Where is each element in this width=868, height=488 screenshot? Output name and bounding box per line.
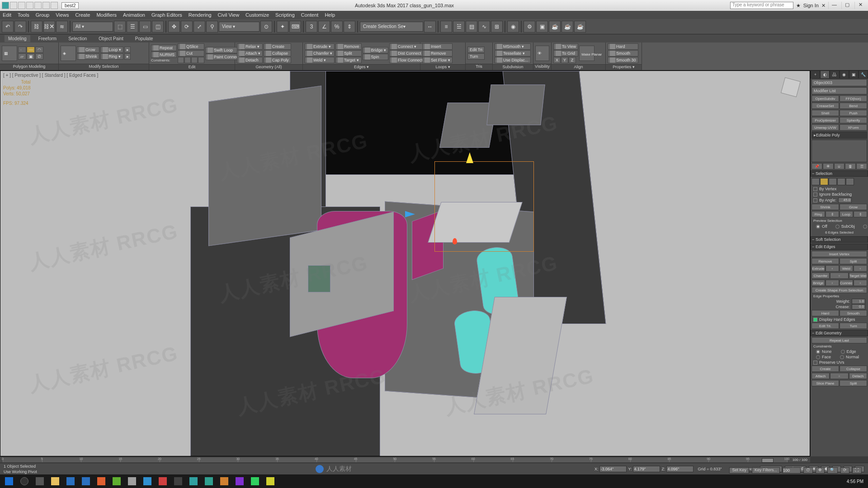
tab-modeling[interactable]: Modeling bbox=[5, 35, 30, 42]
menu-edit[interactable]: Edit bbox=[3, 12, 11, 18]
mod-opensubdiv[interactable]: OpenSubdiv bbox=[811, 95, 839, 102]
qat-save-icon[interactable] bbox=[26, 2, 33, 9]
menu-customize[interactable]: Customize bbox=[245, 12, 269, 18]
editable-poly-button[interactable]: ▦ bbox=[2, 46, 17, 61]
y-input[interactable] bbox=[633, 466, 660, 472]
menu-rendering[interactable]: Rendering bbox=[189, 12, 212, 18]
remove-modifier-button[interactable]: 🗑 bbox=[845, 163, 856, 169]
menu-content[interactable]: Content bbox=[301, 12, 319, 18]
tab-objectpaint[interactable]: Object Paint bbox=[95, 35, 127, 42]
close-button[interactable]: ✕ bbox=[854, 2, 866, 9]
setkey-button[interactable]: Set Key bbox=[729, 467, 749, 474]
taskbar-3dsmax-icon[interactable] bbox=[202, 475, 216, 487]
taskbar-app-icon[interactable] bbox=[94, 475, 108, 487]
loop-remove-button[interactable]: Remove bbox=[422, 50, 453, 56]
modifier-stack-list[interactable] bbox=[811, 140, 867, 162]
angle-snap-button[interactable]: ∠ bbox=[318, 21, 330, 33]
gizmo-z-icon[interactable] bbox=[453, 238, 457, 244]
setflow-button[interactable]: Set Flow ▾ bbox=[422, 57, 453, 63]
msmooth-button[interactable]: MSmooth ▾ bbox=[495, 43, 531, 50]
ee-extrude-button[interactable]: Extrude bbox=[811, 265, 825, 272]
ref-coord-dropdown[interactable]: View ▾ bbox=[219, 22, 259, 32]
ee-turn-button[interactable]: Turn bbox=[840, 323, 867, 329]
qat-project-icon[interactable] bbox=[51, 2, 58, 9]
mod-prooptimizer[interactable]: ProOptimizer bbox=[811, 117, 839, 123]
keyfilters-button[interactable]: Key Filters... bbox=[752, 467, 780, 474]
rendered-frame-button[interactable]: ▣ bbox=[536, 21, 548, 33]
loop-insert-button[interactable]: Insert bbox=[422, 43, 453, 50]
x-input[interactable] bbox=[599, 466, 627, 472]
subobj-none-button[interactable]: ∅ bbox=[35, 53, 43, 60]
extrude-settings-button[interactable]: ▫ bbox=[826, 265, 839, 272]
constraint-edge-radio[interactable]: Edge bbox=[838, 349, 859, 354]
make-planar-button[interactable]: Make Planar bbox=[579, 46, 594, 61]
chamfer-settings-button[interactable]: ▫ bbox=[830, 272, 848, 279]
render-production-button[interactable]: ☕ bbox=[549, 21, 561, 33]
sel-ring-button[interactable]: Ring bbox=[811, 211, 825, 217]
taskbar-app-icon[interactable] bbox=[186, 475, 201, 487]
start-button[interactable] bbox=[2, 475, 16, 487]
mod-unwrapuvw[interactable]: Unwrap UVW bbox=[811, 124, 839, 131]
taskbar-app-icon[interactable] bbox=[125, 475, 139, 487]
qat-undo-icon[interactable] bbox=[34, 2, 42, 9]
sel-loop-button[interactable]: Loop bbox=[840, 211, 853, 217]
preview-subobj-radio[interactable]: SubObj bbox=[833, 224, 858, 229]
turn-button[interactable]: Turn bbox=[467, 53, 485, 60]
ee-hard-button[interactable]: Hard bbox=[811, 310, 839, 316]
align-toview-button[interactable]: To View bbox=[553, 43, 578, 50]
mod-ffdbox[interactable]: FFD(box) bbox=[840, 95, 867, 102]
cut-button[interactable]: Cut bbox=[178, 50, 204, 56]
select-object-button[interactable]: ⬚ bbox=[114, 21, 126, 33]
nav-maximize-button[interactable]: ⛶ bbox=[852, 467, 862, 474]
taskbar-app-icon[interactable] bbox=[217, 475, 231, 487]
menu-scripting[interactable]: Scripting bbox=[275, 12, 295, 18]
preview-off-radio[interactable]: Off bbox=[813, 224, 830, 229]
tab-selection[interactable]: Selection bbox=[65, 35, 90, 42]
make-unique-button[interactable]: ∪ bbox=[834, 163, 845, 169]
mod-push[interactable]: Push bbox=[840, 110, 867, 116]
attach-button[interactable]: Attach ▾ bbox=[237, 50, 263, 56]
motion-tab[interactable]: ◉ bbox=[840, 70, 849, 79]
weight-spinner[interactable]: 1.0 bbox=[852, 299, 865, 304]
spinner-snap-button[interactable]: ⇕ bbox=[344, 21, 355, 33]
ee-chamfer-button[interactable]: Chamfer bbox=[811, 272, 830, 279]
nav-zoom-button[interactable]: 🔍 bbox=[827, 467, 838, 474]
hierarchy-tab[interactable]: 品 bbox=[830, 70, 839, 79]
selection-filter-dropdown[interactable]: All ▾ bbox=[72, 22, 113, 32]
usedisplace-button[interactable]: Use Displac... bbox=[495, 57, 531, 63]
crease-spinner[interactable]: 0.0 bbox=[852, 304, 865, 310]
mod-creaseset[interactable]: CreaseSet bbox=[811, 103, 839, 109]
qat-redo-icon[interactable] bbox=[42, 2, 50, 9]
taskbar-app-icon[interactable] bbox=[109, 475, 124, 487]
mod-spherify[interactable]: Spherify bbox=[840, 117, 867, 123]
weld-button[interactable]: Weld ▾ bbox=[305, 57, 335, 63]
timeline-thumb[interactable] bbox=[762, 458, 774, 463]
loop-button[interactable]: Loop ▾ bbox=[100, 47, 124, 53]
nurms-button[interactable]: NURMS bbox=[151, 52, 177, 58]
so-element-button[interactable] bbox=[846, 178, 854, 185]
connect-settings-button[interactable]: ▫ bbox=[854, 280, 867, 286]
relax-button[interactable]: Relax ▾ bbox=[237, 43, 263, 50]
percent-snap-button[interactable]: % bbox=[331, 21, 343, 33]
taskbar-app-icon[interactable] bbox=[263, 475, 278, 487]
taskview-button[interactable] bbox=[33, 475, 47, 487]
ee-targetweld-button[interactable]: Target Weld bbox=[849, 272, 867, 279]
undo-button[interactable]: ↶ bbox=[2, 21, 14, 33]
select-scale-button[interactable]: ⤢ bbox=[193, 21, 205, 33]
taskbar-app-icon[interactable] bbox=[156, 475, 170, 487]
align-button[interactable]: ≡ bbox=[440, 21, 452, 33]
menu-civilview[interactable]: Civil View bbox=[218, 12, 239, 18]
menu-help[interactable]: Help bbox=[325, 12, 335, 18]
qat-open-icon[interactable] bbox=[18, 2, 25, 9]
chamfer-button[interactable]: Chamfer ▾ bbox=[305, 50, 335, 56]
maximize-button[interactable]: ▢ bbox=[841, 2, 853, 9]
taskbar-app-icon[interactable] bbox=[248, 475, 262, 487]
hard-button[interactable]: Hard bbox=[608, 43, 638, 50]
display-hard-edges-check[interactable]: Display Hard Edges bbox=[811, 317, 868, 322]
visibility-button[interactable]: 👁 bbox=[535, 46, 549, 61]
gizmo-y-icon[interactable] bbox=[466, 152, 473, 163]
nav-orbit-button[interactable]: ⟳ bbox=[840, 467, 849, 474]
eg-create-button[interactable]: Create bbox=[811, 366, 839, 372]
object-name-field[interactable]: Object003 bbox=[811, 79, 867, 86]
edittri-button[interactable]: Edit Tri bbox=[467, 47, 485, 53]
